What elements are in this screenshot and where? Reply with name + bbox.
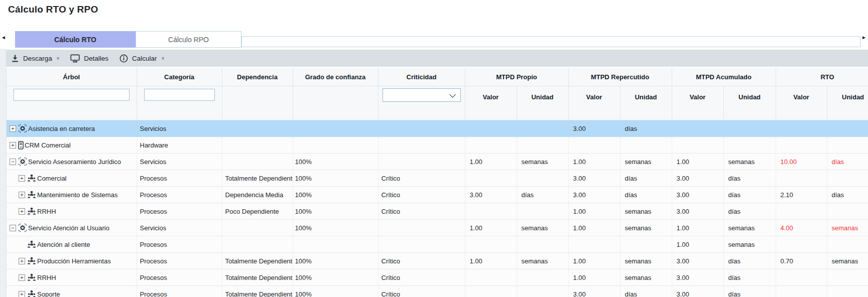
cell-criticidad: Crítico <box>378 170 465 187</box>
cell-rto-valor <box>776 137 827 154</box>
subheader-rto-valor[interactable]: Valor <box>776 86 827 120</box>
table-row[interactable]: +CRM ComercialHardware <box>7 137 868 154</box>
descarga-label: Descarga <box>23 55 52 62</box>
chevron-down-icon[interactable]: ▾ <box>57 55 60 62</box>
cell-categoria: Hardware <box>137 137 222 154</box>
cell-rto-valor <box>776 203 827 220</box>
tab-calculo-rpo[interactable]: Cálculo RPO <box>136 31 241 48</box>
column-header-arbol[interactable]: Árbol <box>7 68 137 86</box>
cell-categoria: Procesos <box>137 170 222 187</box>
node-label: Soporte <box>37 290 60 297</box>
cell-rto-unidad: semanas <box>827 253 868 269</box>
table-row[interactable]: +Producción HerramientasProcesosTotalmen… <box>7 253 868 269</box>
table-row[interactable]: +ComercialProcesosTotalmente Dependiente… <box>7 170 868 187</box>
cell-mtpd-repercutido-valor: 3.00 <box>568 187 620 203</box>
group-header-rto: RTO <box>776 68 868 86</box>
table-row[interactable]: +RRHHProcesosPoco Dependiente100%Crítico… <box>7 203 868 220</box>
categoria-filter-input[interactable] <box>144 89 215 101</box>
table-row[interactable]: Atención al clienteProcesos1.00semanas <box>7 236 868 253</box>
table-row[interactable]: +RRHHProcesosTotalmente Dependiente100%C… <box>7 269 868 286</box>
expand-toggle[interactable]: + <box>19 258 25 264</box>
expand-toggle[interactable]: + <box>19 175 25 182</box>
process-icon <box>27 290 36 297</box>
cell-mtpd-acumulado-valor: 3.00 <box>672 187 723 203</box>
cell-rto-unidad <box>827 203 868 220</box>
table-row[interactable]: +Mantenimiento de SistemasProcesosDepend… <box>7 187 868 203</box>
cell-arbol: +Mantenimiento de Sistemas <box>7 187 137 203</box>
subheader-repercutido-unidad[interactable]: Unidad <box>620 86 672 120</box>
arbol-filter-input[interactable] <box>14 89 130 101</box>
cell-mtpd-acumulado-valor: 3.00 <box>672 286 723 297</box>
cell-mtpd-repercutido-valor: 1.00 <box>568 220 620 236</box>
cell-mtpd-propio-unidad <box>517 170 568 187</box>
cell-mtpd-acumulado-unidad: semanas <box>723 154 776 170</box>
cell-rto-valor <box>776 170 827 187</box>
expand-toggle[interactable]: + <box>19 274 25 281</box>
cell-grado-confianza <box>293 137 378 154</box>
tab-strip-filler <box>241 36 860 47</box>
cell-dependencia: Poco Dependiente <box>222 203 293 220</box>
cell-arbol: +Asistencia en carretera <box>7 120 137 137</box>
subheader-repercutido-valor[interactable]: Valor <box>568 86 620 120</box>
detalles-label: Detalles <box>84 55 108 62</box>
cell-mtpd-repercutido-unidad: días <box>620 120 672 137</box>
expand-toggle[interactable]: + <box>19 291 25 297</box>
cell-mtpd-propio-unidad <box>517 236 568 253</box>
collapse-toggle[interactable]: − <box>10 225 16 231</box>
cell-mtpd-acumulado-unidad: días <box>723 170 776 187</box>
expand-toggle[interactable]: + <box>19 192 25 198</box>
subheader-propio-unidad[interactable]: Unidad <box>517 86 568 120</box>
cell-rto-valor: 10.00 <box>776 154 827 170</box>
column-header-dependencia[interactable]: Dependencia <box>222 68 293 86</box>
expand-toggle[interactable]: + <box>10 142 16 148</box>
tab-scroll-left-icon[interactable]: ◄ <box>1 34 6 41</box>
cell-mtpd-propio-valor <box>465 137 517 154</box>
tab-calculo-rto[interactable]: Cálculo RTO <box>15 31 136 48</box>
cell-mtpd-repercutido-unidad: semanas <box>620 253 672 269</box>
cell-arbol: −Servicio Asesoramiento Jurídico <box>7 154 137 170</box>
expand-toggle[interactable]: + <box>10 125 16 132</box>
subheader-acumulado-unidad[interactable]: Unidad <box>723 86 776 120</box>
service-icon <box>18 223 27 232</box>
column-header-criticidad[interactable]: Criticidad <box>378 68 465 86</box>
group-header-mtpd-propio: MTPD Propio <box>465 68 568 86</box>
cell-categoria: Procesos <box>137 203 222 220</box>
table-row[interactable]: +Asistencia en carreteraServicios3.00día… <box>7 120 868 137</box>
cell-mtpd-acumulado-valor <box>672 120 723 137</box>
expand-toggle[interactable]: + <box>19 208 25 215</box>
criticidad-filter-select[interactable] <box>383 88 461 102</box>
table-row[interactable]: −Servicio Atención al UsuarioServicios10… <box>7 220 868 236</box>
calcular-button[interactable]: Calcular ▾ <box>119 54 164 63</box>
cell-mtpd-acumulado-unidad: semanas <box>723 236 776 253</box>
cell-dependencia: Dependencia Media <box>222 187 293 203</box>
cell-dependencia <box>222 120 293 137</box>
cell-criticidad <box>378 137 465 154</box>
node-label: RRHH <box>37 274 56 281</box>
cell-rto-unidad <box>827 269 868 286</box>
node-label: Asistencia en carretera <box>28 125 95 132</box>
cell-dependencia <box>222 220 293 236</box>
subheader-propio-valor[interactable]: Valor <box>465 86 517 120</box>
detalles-button[interactable]: Detalles <box>70 54 108 63</box>
descarga-button[interactable]: Descarga ▾ <box>11 54 59 63</box>
cell-mtpd-repercutido-unidad: semanas <box>620 220 672 236</box>
cell-rto-valor <box>776 286 827 297</box>
collapse-toggle[interactable]: − <box>10 159 16 165</box>
table-row[interactable]: −Servicio Asesoramiento JurídicoServicio… <box>7 154 868 170</box>
tab-scroll-right-icon[interactable]: ► <box>861 34 866 41</box>
cell-dependencia <box>222 137 293 154</box>
table-row[interactable]: +SoporteProcesosTotalmente Dependiente10… <box>7 286 868 297</box>
cell-mtpd-propio-unidad: semanas <box>517 253 568 269</box>
cell-rto-unidad <box>827 286 868 297</box>
cell-mtpd-acumulado-unidad: días <box>723 286 776 297</box>
subheader-rto-unidad[interactable]: Unidad <box>827 86 868 120</box>
filter-cell-grado <box>293 86 378 120</box>
cell-rto-unidad <box>827 120 868 137</box>
chevron-down-icon[interactable]: ▾ <box>162 55 165 62</box>
column-header-categoria[interactable]: Categoría <box>137 68 222 86</box>
column-header-grado[interactable]: Grado de confianza <box>293 68 378 86</box>
cell-arbol: +RRHH <box>7 203 137 220</box>
cell-mtpd-propio-valor: 3.00 <box>465 187 517 203</box>
cell-rto-valor <box>776 269 827 286</box>
subheader-acumulado-valor[interactable]: Valor <box>672 86 723 120</box>
